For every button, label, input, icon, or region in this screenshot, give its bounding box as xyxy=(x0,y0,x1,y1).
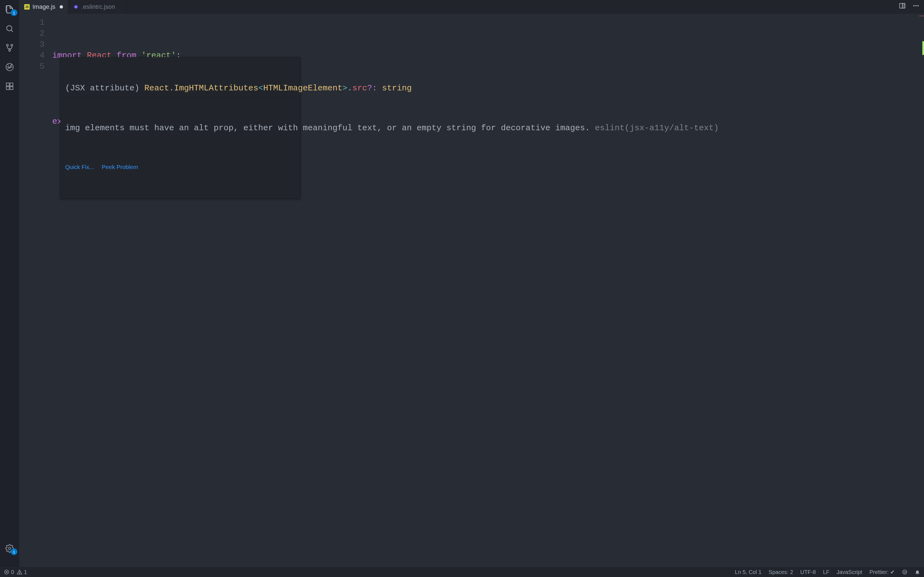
svg-text:JS: JS xyxy=(25,5,29,8)
svg-rect-9 xyxy=(10,87,13,90)
hover-signature: (JSX attribute) React.ImgHTMLAttributes<… xyxy=(61,79,300,97)
status-bell-icon[interactable] xyxy=(915,569,920,575)
svg-point-2 xyxy=(6,44,8,46)
tab-bar: JS Image.js .eslintrc.json xyxy=(19,0,924,14)
hover-tooltip: (JSX attribute) React.ImgHTMLAttributes<… xyxy=(60,57,300,199)
tab-dirty-indicator-icon xyxy=(60,5,63,8)
svg-point-29 xyxy=(905,572,906,572)
tab-image-js[interactable]: JS Image.js xyxy=(19,0,68,14)
status-ln-col[interactable]: Ln 5, Col 1 xyxy=(735,569,761,575)
status-prettier[interactable]: Prettier: ✔ xyxy=(869,569,895,575)
svg-point-26 xyxy=(19,573,20,574)
status-right: Ln 5, Col 1 Spaces: 2 UTF-8 LF JavaScrip… xyxy=(735,569,920,575)
error-icon xyxy=(4,569,9,575)
svg-point-19 xyxy=(913,5,914,6)
status-errors[interactable]: 0 xyxy=(4,569,14,575)
tab-actions xyxy=(899,0,924,14)
svg-rect-10 xyxy=(10,83,13,86)
status-eol[interactable]: LF xyxy=(823,569,829,575)
quick-fix-link[interactable]: Quick Fix... xyxy=(65,161,94,172)
status-language[interactable]: JavaScript xyxy=(837,569,862,575)
source-control-icon[interactable] xyxy=(5,43,15,53)
main-area: 1 1 JS Image.js .esl xyxy=(0,0,924,567)
hover-actions: Quick Fix... Peek Problem xyxy=(61,159,300,176)
svg-point-27 xyxy=(903,570,907,574)
eslint-file-icon xyxy=(73,4,79,10)
warning-icon xyxy=(17,569,22,575)
code-content[interactable]: import React from 'react'; export const … xyxy=(52,14,918,567)
overview-ruler-mark xyxy=(922,41,924,55)
line-number: 2 xyxy=(19,28,45,39)
svg-point-11 xyxy=(8,547,11,550)
svg-point-28 xyxy=(904,572,905,572)
svg-point-4 xyxy=(9,50,11,52)
explorer-icon[interactable]: 1 xyxy=(5,5,15,14)
line-number-gutter: 1 2 3 4 5 xyxy=(19,14,52,567)
svg-point-21 xyxy=(918,5,919,6)
search-icon[interactable] xyxy=(5,24,15,34)
hover-message: img elements must have an alt prop, eith… xyxy=(61,119,300,137)
svg-rect-18 xyxy=(902,3,905,8)
status-feedback-icon[interactable] xyxy=(902,569,908,575)
svg-point-3 xyxy=(11,44,13,46)
status-warnings[interactable]: 1 xyxy=(17,569,27,575)
svg-line-1 xyxy=(11,30,13,32)
svg-rect-8 xyxy=(6,87,9,90)
line-number: 1 xyxy=(19,17,45,28)
tab-label: Image.js xyxy=(32,3,55,10)
line-number: 3 xyxy=(19,39,45,50)
debug-icon[interactable] xyxy=(5,62,15,72)
settings-gear-icon[interactable]: 1 xyxy=(5,543,15,553)
svg-point-20 xyxy=(916,5,917,6)
status-left: 0 1 xyxy=(4,569,27,575)
status-spaces[interactable]: Spaces: 2 xyxy=(769,569,793,575)
split-editor-icon[interactable] xyxy=(899,2,906,12)
settings-badge: 1 xyxy=(11,548,17,555)
line-number: 5 xyxy=(19,61,45,72)
minimap[interactable] xyxy=(918,14,924,567)
minimap-marker-icon xyxy=(919,15,924,16)
line-number: 4 xyxy=(19,50,45,61)
editor-body[interactable]: 1 2 3 4 5 import React from 'react'; exp… xyxy=(19,14,924,567)
activity-bar: 1 1 xyxy=(0,0,19,567)
explorer-badge: 1 xyxy=(11,9,17,16)
svg-point-0 xyxy=(6,26,12,31)
svg-rect-7 xyxy=(6,83,9,86)
status-bar: 0 1 Ln 5, Col 1 Spaces: 2 UTF-8 LF JavaS… xyxy=(0,567,924,577)
peek-problem-link[interactable]: Peek Problem xyxy=(102,161,138,172)
status-encoding[interactable]: UTF-8 xyxy=(800,569,816,575)
tab-label: .eslintrc.json xyxy=(81,3,115,10)
more-actions-icon[interactable] xyxy=(913,2,919,12)
js-file-icon: JS xyxy=(24,4,30,10)
editor-region: JS Image.js .eslintrc.json 1 2 3 4 5 xyxy=(19,0,924,567)
extensions-icon[interactable] xyxy=(5,81,15,91)
tab-eslintrc[interactable]: .eslintrc.json xyxy=(68,0,126,14)
